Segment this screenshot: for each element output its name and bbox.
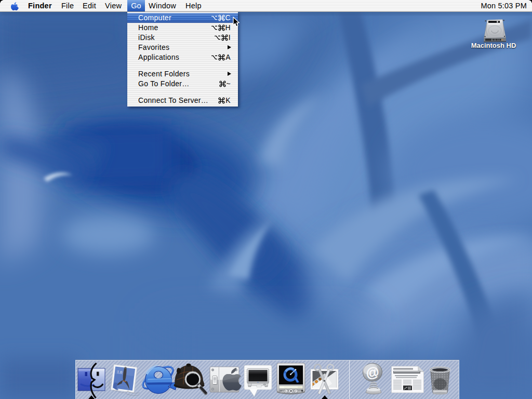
svg-text:1.0: 1.0 [116, 369, 122, 375]
